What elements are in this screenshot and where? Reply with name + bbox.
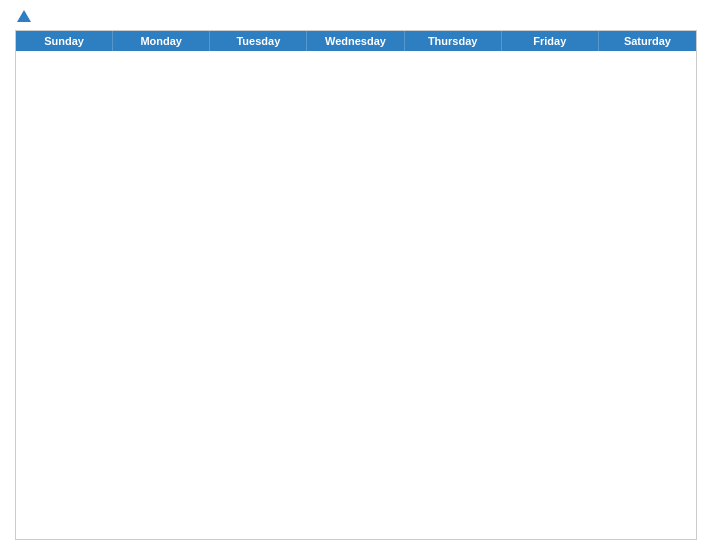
day-header-friday: Friday [502, 31, 599, 51]
page: SundayMondayTuesdayWednesdayThursdayFrid… [0, 0, 712, 550]
day-header-wednesday: Wednesday [307, 31, 404, 51]
logo-triangle-icon [17, 10, 31, 22]
calendar: SundayMondayTuesdayWednesdayThursdayFrid… [15, 30, 697, 540]
header [15, 10, 697, 22]
day-header-tuesday: Tuesday [210, 31, 307, 51]
day-header-sunday: Sunday [16, 31, 113, 51]
weeks-container [16, 51, 696, 539]
logo [15, 10, 31, 22]
day-header-saturday: Saturday [599, 31, 696, 51]
days-header: SundayMondayTuesdayWednesdayThursdayFrid… [16, 31, 696, 51]
day-header-thursday: Thursday [405, 31, 502, 51]
day-header-monday: Monday [113, 31, 210, 51]
